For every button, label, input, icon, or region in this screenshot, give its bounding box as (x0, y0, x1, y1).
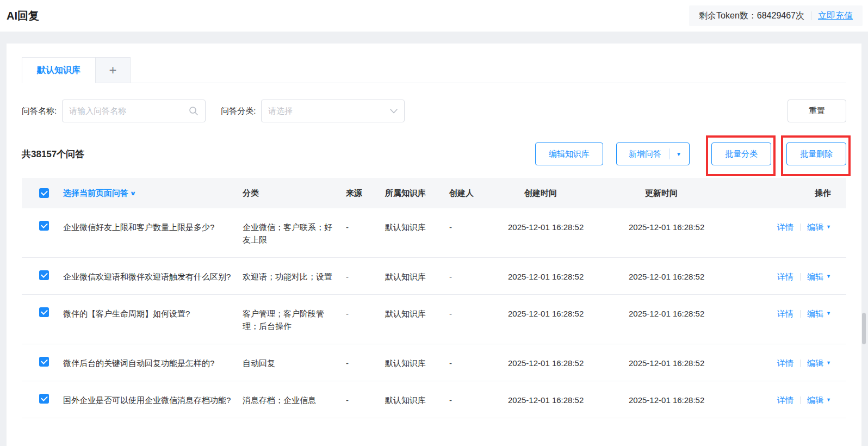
detail-link[interactable]: 详情 (777, 221, 793, 233)
plus-icon: + (109, 63, 116, 78)
table-row: 微伴的【客户生命周期】如何设置? 客户管理；客户阶段管理；后台操作 - 默认知识… (22, 295, 846, 344)
action-divider (800, 224, 801, 231)
detail-link[interactable]: 详情 (777, 270, 793, 283)
action-divider (800, 397, 801, 404)
batch-category-annotation: 批量分类 (711, 143, 771, 165)
toolbar: 共38157个问答 编辑知识库 新增问答 ▼ 批量分类 批量删除 (22, 142, 846, 166)
batch-delete-annotation: 批量删除 (786, 143, 846, 165)
qa-category-select[interactable]: 请选择 (261, 100, 405, 122)
qa-question: 国外企业是否可以使用企业微信消息存档功能? (63, 394, 243, 406)
qa-source: - (346, 307, 385, 320)
vertical-scrollbar-thumb[interactable] (862, 313, 866, 344)
batch-category-button[interactable]: 批量分类 (711, 143, 771, 165)
edit-link[interactable]: 编辑 (807, 221, 823, 233)
qa-knowledge-base: 默认知识库 (385, 394, 449, 406)
chevron-down-icon: ∨ (130, 190, 137, 197)
reset-button[interactable]: 重置 (788, 100, 846, 122)
qa-category: 自动回复 (243, 357, 346, 369)
qa-creator: - (449, 357, 508, 369)
row-checkbox[interactable] (39, 357, 49, 367)
column-header-category: 分类 (243, 188, 346, 199)
row-checkbox[interactable] (39, 394, 49, 404)
qa-category: 欢迎语；功能对比；设置 (243, 270, 346, 283)
edit-knowledge-base-button[interactable]: 编辑知识库 (535, 143, 603, 165)
qa-category-label: 问答分类: (221, 106, 256, 116)
qa-knowledge-base: 默认知识库 (385, 307, 449, 320)
qa-updated-time: 2025-12-01 16:28:52 (629, 221, 749, 233)
edit-link[interactable]: 编辑 (807, 394, 823, 406)
add-qa-button[interactable]: 新增问答 (617, 149, 669, 159)
detail-link[interactable]: 详情 (777, 307, 793, 320)
column-header-knowledge-base: 所属知识库 (385, 188, 449, 199)
qa-table: 选择当前页面问答 ∨ 分类 来源 所属知识库 创建人 创建时间 更新时间 操作 … (22, 178, 846, 418)
search-icon (189, 106, 199, 116)
qa-count: 共38157个问答 (22, 148, 84, 160)
token-divider (811, 11, 811, 20)
table-row: 微伴后台的关键词自动回复功能是怎样的? 自动回复 - 默认知识库 - 2025-… (22, 344, 846, 381)
table-header: 选择当前页面问答 ∨ 分类 来源 所属知识库 创建人 创建时间 更新时间 操作 (22, 178, 846, 208)
action-divider (800, 273, 801, 281)
column-header-actions: 操作 (749, 188, 846, 199)
action-divider (800, 310, 801, 318)
add-qa-dropdown-caret-icon[interactable]: ▼ (669, 151, 689, 157)
knowledge-base-tabs: 默认知识库 + (22, 57, 846, 83)
qa-updated-time: 2025-12-01 16:28:52 (629, 270, 749, 283)
toolbar-buttons: 编辑知识库 新增问答 ▼ 批量分类 批量删除 (535, 143, 846, 165)
table-row: 企业微信欢迎语和微伴欢迎语触发有什么区别? 欢迎语；功能对比；设置 - 默认知识… (22, 258, 846, 295)
edit-link[interactable]: 编辑 (807, 270, 823, 283)
edit-dropdown-caret-icon[interactable]: ▼ (826, 221, 831, 233)
column-header-creator: 创建人 (449, 188, 508, 199)
token-balance-badge: 剩余Token数： 68429467次 立即充值 (689, 5, 863, 26)
qa-name-label: 问答名称: (22, 106, 57, 116)
qa-created-time: 2025-12-01 16:28:52 (508, 221, 629, 233)
edit-dropdown-caret-icon[interactable]: ▼ (826, 394, 831, 406)
qa-created-time: 2025-12-01 16:28:52 (508, 394, 629, 406)
qa-question: 企业微信欢迎语和微伴欢迎语触发有什么区别? (63, 270, 243, 283)
qa-category: 企业微信；客户联系；好友上限 (243, 221, 346, 246)
edit-link[interactable]: 编辑 (807, 307, 823, 320)
column-header-created-time: 创建时间 (508, 188, 629, 199)
top-bar: AI回复 剩余Token数： 68429467次 立即充值 (0, 0, 868, 32)
column-header-updated-time: 更新时间 (629, 188, 749, 199)
add-qa-split-button[interactable]: 新增问答 ▼ (616, 143, 690, 165)
qa-name-input[interactable]: 请输入问答名称 (62, 100, 206, 122)
page-title: AI回复 (7, 9, 39, 23)
qa-knowledge-base: 默认知识库 (385, 357, 449, 369)
detail-link[interactable]: 详情 (777, 357, 793, 369)
row-checkbox[interactable] (39, 221, 49, 231)
row-checkbox[interactable] (39, 270, 49, 280)
qa-question: 微伴后台的关键词自动回复功能是怎样的? (63, 357, 243, 369)
filter-bar: 问答名称: 请输入问答名称 问答分类: 请选择 重置 (22, 100, 846, 122)
qa-source: - (346, 357, 385, 369)
action-divider (800, 360, 801, 367)
edit-dropdown-caret-icon[interactable]: ▼ (826, 307, 831, 320)
qa-source: - (346, 394, 385, 406)
select-all-checkbox[interactable] (39, 188, 49, 198)
edit-dropdown-caret-icon[interactable]: ▼ (826, 270, 831, 283)
qa-category: 客户管理；客户阶段管理；后台操作 (243, 307, 346, 332)
qa-knowledge-base: 默认知识库 (385, 270, 449, 283)
table-row: 国外企业是否可以使用企业微信消息存档功能? 消息存档；企业信息 - 默认知识库 … (22, 381, 846, 418)
qa-source: - (346, 270, 385, 283)
qa-creator: - (449, 394, 508, 406)
select-current-page-dropdown[interactable]: 选择当前页面问答 ∨ (63, 188, 235, 199)
column-header-source: 来源 (346, 188, 385, 199)
qa-created-time: 2025-12-01 16:28:52 (508, 270, 629, 283)
tab-default-knowledge-base[interactable]: 默认知识库 (22, 57, 96, 83)
qa-creator: - (449, 221, 508, 233)
edit-dropdown-caret-icon[interactable]: ▼ (826, 357, 831, 369)
detail-link[interactable]: 详情 (777, 394, 793, 406)
select-current-page-label: 选择当前页面问答 (63, 188, 128, 199)
batch-delete-button[interactable]: 批量删除 (786, 143, 846, 165)
row-checkbox[interactable] (39, 307, 49, 317)
qa-created-time: 2025-12-01 16:28:52 (508, 357, 629, 369)
edit-link[interactable]: 编辑 (807, 357, 823, 369)
token-balance-label: 剩余Token数： (699, 10, 757, 22)
add-tab-button[interactable]: + (96, 57, 131, 83)
chevron-down-icon (390, 109, 398, 114)
qa-updated-time: 2025-12-01 16:28:52 (629, 307, 749, 320)
qa-category-placeholder: 请选择 (268, 106, 293, 116)
recharge-link[interactable]: 立即充值 (818, 10, 853, 22)
qa-creator: - (449, 270, 508, 283)
qa-category: 消息存档；企业信息 (243, 394, 346, 406)
